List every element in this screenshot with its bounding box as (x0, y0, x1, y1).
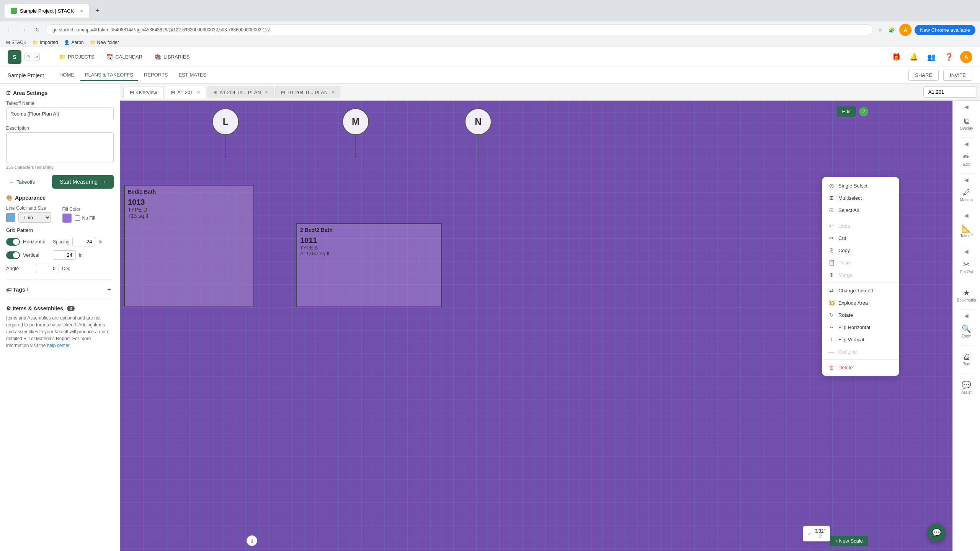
overlay-left-arrow[interactable]: ◀ (964, 104, 969, 110)
help-center-link[interactable]: help center. (47, 343, 71, 348)
right-ctrl-bookmarks[interactable]: ★ Bookmarks (954, 284, 979, 306)
vertical-spacing-input[interactable] (53, 250, 76, 260)
ctx-delete[interactable]: 🗑 Delete (822, 361, 899, 373)
tab-a1201-close[interactable]: × (197, 89, 200, 95)
nav-projects[interactable]: 📁 PROJECTS (54, 51, 100, 63)
sub-nav-home[interactable]: HOME (55, 70, 79, 81)
tab-a1201[interactable]: ⊞ A1.201 × (165, 86, 206, 98)
right-ctrl-overlay[interactable]: ⧉ Overlay (954, 113, 979, 134)
thickness-select[interactable]: Thin Medium Thick (18, 212, 51, 223)
back-button[interactable]: ← (5, 24, 15, 35)
ctx-explode-area-label: Explode Area (838, 300, 868, 306)
ctx-change-takeoff[interactable]: ⇄ Change Takeoff (822, 284, 899, 297)
ctx-undo[interactable]: ↩ Undo (822, 220, 899, 232)
browser-tab[interactable]: Sample Project | STACK × (5, 4, 89, 18)
angle-input[interactable] (36, 264, 59, 273)
zoom-left-arrow[interactable]: ◀ (964, 313, 969, 319)
browser-profile-avatar[interactable]: A (899, 24, 911, 36)
edit-left-arrow[interactable]: ◀ (964, 141, 969, 147)
gift-icon-btn[interactable]: 🎁 (890, 51, 903, 64)
takeoff-name-input[interactable] (6, 108, 114, 120)
ctx-delete-label: Delete (838, 365, 853, 370)
tags-icon: 🏷 (6, 287, 11, 293)
ctx-copy[interactable]: ⎘ Copy (822, 244, 899, 256)
canvas-area[interactable]: L M N Edit (120, 101, 952, 551)
add-tag-button[interactable]: + (105, 285, 114, 294)
horizontal-toggle[interactable] (6, 238, 20, 246)
takeoffs-arrow-icon: ← (9, 179, 14, 185)
ctx-paste[interactable]: 📋 Paste (822, 256, 899, 269)
right-ctrl-zoom[interactable]: 🔍 Zoom (954, 320, 979, 342)
ctx-flip-horizontal-label: Flip Horizontal (838, 324, 870, 330)
tab-overview[interactable]: ⊞ Overview (123, 86, 163, 98)
ctx-cut[interactable]: ✂ Cut (822, 232, 899, 244)
right-ctrl-takeoff[interactable]: 📐 Takeoff (954, 220, 979, 242)
ctx-merge-label: Merge (838, 272, 853, 278)
edit-toggle-button[interactable]: Edit (837, 106, 856, 117)
tab-d1204-close[interactable]: × (332, 89, 335, 95)
chat-button[interactable]: 💬 (927, 523, 946, 542)
right-ctrl-print[interactable]: 🖨 Print (954, 349, 979, 370)
sub-nav-reports[interactable]: REPORTS (139, 70, 173, 81)
no-fill-checkbox[interactable] (75, 215, 80, 221)
tab-d1204[interactable]: ⊞ D1.204 Tf... PLAN × (275, 86, 340, 98)
nav-calendar[interactable]: 📅 CALENDAR (101, 51, 148, 63)
user-avatar[interactable]: A (960, 51, 972, 63)
bookmark-aaron[interactable]: 👤 Aaron (64, 40, 83, 45)
items-description: Items and Assemblies are optional and ar… (6, 315, 114, 349)
tab-search-input[interactable] (923, 86, 977, 98)
ctx-select-all[interactable]: ⊡ Select All (822, 204, 899, 216)
new-chrome-button[interactable]: New Chrome available (915, 25, 975, 35)
ctx-single-select[interactable]: ◎ Single Select (822, 179, 899, 192)
bookmark-aaron-icon: 👤 (64, 40, 70, 45)
share-button[interactable]: SHARE (908, 70, 939, 81)
bookmark-imported[interactable]: 📁 Imported (33, 40, 58, 45)
ctx-flip-horizontal[interactable]: ↔ Flip Horizontal (822, 321, 899, 333)
ctx-flip-vertical[interactable]: ↕ Flip Vertical (822, 333, 899, 346)
right-ctrl-markup[interactable]: 🖊 Markup (954, 184, 979, 206)
bookmark-stack[interactable]: ⊞ STACK (6, 40, 26, 45)
ctx-multiselect[interactable]: ⊞ Multiselect (822, 192, 899, 204)
sub-nav-plans[interactable]: PLANS & TAKEOFFS (80, 70, 138, 81)
ctx-explode-area[interactable]: 💥 Explode Area (822, 297, 899, 309)
ctx-cut-line[interactable]: — Cut Line (822, 346, 899, 358)
nav-libraries[interactable]: 📚 LIBRARIES (149, 51, 195, 63)
right-ctrl-edit[interactable]: ✏ Edit (954, 148, 979, 170)
new-scale-button[interactable]: + New Scale (830, 536, 868, 546)
tab-close-btn[interactable]: × (80, 8, 83, 14)
bell-icon-btn[interactable]: 🔔 (907, 51, 920, 64)
description-textarea[interactable] (6, 132, 114, 163)
tab-a1204[interactable]: ⊞ A1.204 Th... PLAN × (207, 86, 274, 98)
ctx-rotate[interactable]: ↻ Rotate (822, 309, 899, 321)
multiselect-icon: ⊞ (828, 195, 835, 201)
bookmark-new-folder[interactable]: 📁 New folder (90, 40, 119, 45)
takeoffs-button[interactable]: ← Takeoffs (6, 178, 38, 186)
horizontal-spacing-input[interactable] (72, 237, 95, 246)
sub-nav-estimates[interactable]: ESTIMATES (174, 70, 211, 81)
forward-button[interactable]: → (18, 24, 29, 35)
right-ctrl-assist[interactable]: 💬 Assist (954, 377, 979, 398)
cutout-left-arrow[interactable]: ◀ (964, 248, 969, 254)
vertical-toggle[interactable] (6, 251, 20, 259)
extensions-btn[interactable]: 🧩 (887, 26, 896, 34)
right-ctrl-cutout[interactable]: ✂ Cut Out (954, 256, 979, 278)
logo-expand-btn-1[interactable]: ⊞ (24, 54, 31, 60)
line-color-swatch[interactable] (6, 213, 15, 222)
start-measuring-button[interactable]: Start Measuring → (52, 175, 114, 189)
invite-button[interactable]: INVITE (943, 70, 972, 81)
reload-button[interactable]: ↻ (32, 24, 43, 35)
address-bar[interactable]: go.stackct.com/app/#/Takeoff/5406814/Pag… (46, 24, 873, 35)
info-button[interactable]: ℹ (247, 535, 257, 546)
bookmark-star[interactable]: ☆ (876, 26, 884, 34)
markup-left-arrow[interactable]: ◀ (964, 177, 969, 183)
fill-color-swatch[interactable] (62, 214, 72, 223)
takeoff-left-arrow[interactable]: ◀ (964, 212, 969, 218)
logo-expand-btn-2[interactable]: ↗ (33, 54, 40, 60)
ctx-flip-vertical-label: Flip Vertical (838, 337, 864, 342)
new-tab-button[interactable]: + (92, 5, 103, 16)
users-icon-btn[interactable]: 👥 (925, 51, 938, 64)
appearance-label: Appearance (15, 195, 46, 201)
tab-a1204-close[interactable]: × (265, 89, 268, 95)
help-icon-btn[interactable]: ❓ (942, 51, 956, 64)
ctx-merge[interactable]: ⊕ Merge (822, 269, 899, 281)
